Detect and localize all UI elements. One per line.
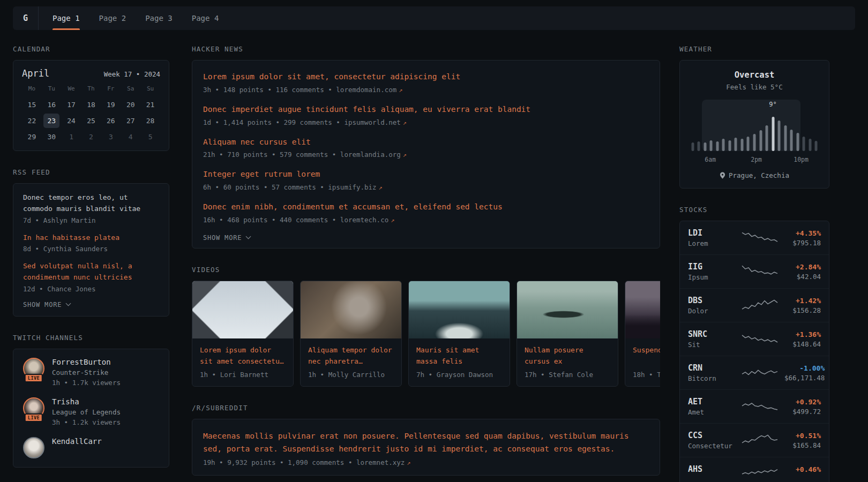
rss-item[interactable]: Sed volutpat nulla nisl, a condimentum n… [23,261,159,293]
rss-item-title[interactable]: Donec tempor eros leo, ut commodo mauris… [23,192,159,215]
stock-row[interactable]: AET Amet +0.92% $499.72 [680,389,829,423]
rss-item-title[interactable]: Sed volutpat nulla nisl, a condimentum n… [23,261,159,283]
video-title[interactable]: Lorem ipsum dolor sit amet consectetu… [200,345,286,367]
stock-ticker[interactable]: AHS [688,464,735,474]
calendar-day[interactable]: 30 [43,130,59,144]
stock-row[interactable]: AHS +0.46% [680,457,829,482]
tab-page-1[interactable]: Page 1 [53,6,80,30]
story-title[interactable]: Lorem ipsum dolor sit amet, consectetur … [203,71,649,83]
story-title[interactable]: Donec enim nibh, condimentum et accumsan… [203,201,649,213]
stock-sparkline [740,263,779,280]
stock-ticker[interactable]: DBS [688,296,735,305]
calendar-day[interactable]: 5 [143,130,159,144]
video-thumbnail[interactable] [517,281,618,338]
rss-item[interactable]: Donec tempor eros leo, ut commodo mauris… [23,192,159,224]
video-title[interactable]: Mauris sit amet massa felis [416,345,502,367]
calendar-day[interactable]: 16 [43,97,59,112]
channel-name[interactable]: KendallCarr [52,437,102,446]
channel-name[interactable]: ForrestBurton [52,358,121,366]
video-thumbnail[interactable] [625,281,660,338]
calendar-day[interactable]: 28 [143,114,159,128]
story-title[interactable]: Donec imperdiet augue tincidunt felis al… [203,104,649,116]
rss-item-title[interactable]: In hac habitasse platea [23,232,159,244]
dashboard-columns: CALENDAR April Week 17 • 2024 MoTuWeThFr… [0,30,868,482]
calendar-day[interactable]: 24 [63,114,79,128]
stock-ticker[interactable]: LDI [688,228,735,238]
channel-avatar[interactable] [23,437,44,458]
weather-temp-bar [735,138,737,151]
twitch-channel-row[interactable]: LIVE ForrestBurton Counter-Strike 1h • 1… [23,358,159,387]
calendar-day-selected[interactable]: 23 [43,114,59,128]
stock-ticker[interactable]: IIG [688,262,735,272]
video-card[interactable]: Lorem ipsum dolor sit amet consectetu… 1… [192,281,294,387]
calendar-day[interactable]: 22 [24,114,40,128]
calendar-day[interactable]: 20 [123,97,139,112]
stock-row[interactable]: IIG Ipsum +2.84% $42.04 [680,254,829,288]
stock-row[interactable]: LDI Lorem +4.35% $795.18 [680,221,829,254]
video-card[interactable]: Suspendisse diam 18h • Tara [625,281,660,387]
hn-story[interactable]: Integer eget rutrum lorem 6h • 60 points… [203,169,649,191]
channel-avatar[interactable]: LIVE [23,397,44,419]
story-title[interactable]: Integer eget rutrum lorem [203,169,649,180]
app-logo[interactable]: G [13,6,39,30]
post-title[interactable]: Maecenas mollis pulvinar erat non posuer… [203,430,649,456]
video-card[interactable]: Mauris sit amet massa felis 7h • Grayson… [408,281,510,387]
external-link-icon[interactable]: ↗ [403,119,407,126]
topbar: G Page 1 Page 2 Page 3 Page 4 [13,6,855,30]
calendar-day[interactable]: 3 [103,130,119,144]
calendar-day[interactable]: 15 [24,97,40,112]
stock-ticker[interactable]: AET [688,397,735,406]
external-link-icon[interactable]: ↗ [391,216,394,224]
video-card[interactable]: Nullam posuere cursus ex 17h • Stefan Co… [517,281,618,387]
calendar-day[interactable]: 27 [123,114,139,128]
tab-page-2[interactable]: Page 2 [99,6,126,30]
stock-sparkline [740,365,779,381]
video-thumbnail[interactable] [409,281,510,338]
tab-page-3[interactable]: Page 3 [145,6,173,30]
video-thumbnail[interactable] [192,281,293,338]
calendar-day[interactable]: 2 [83,130,99,144]
external-link-icon[interactable]: ↗ [399,86,402,94]
hn-story[interactable]: Donec enim nibh, condimentum et accumsan… [203,201,649,224]
calendar-day[interactable]: 17 [63,97,79,112]
channel-name[interactable]: Trisha [52,397,121,406]
video-thumbnail[interactable] [301,281,401,338]
hn-story[interactable]: Lorem ipsum dolor sit amet, consectetur … [203,71,649,94]
calendar-day[interactable]: 29 [24,130,40,144]
stock-row[interactable]: SNRC Sit +1.36% $148.64 [680,322,829,356]
stock-row[interactable]: CCS Consectetur +0.51% $165.84 [680,423,829,457]
video-card[interactable]: Aliquam tempor dolor nec pharetra… 1h • … [300,281,402,387]
story-title[interactable]: Aliquam nec cursus elit [203,137,649,148]
hn-story[interactable]: Aliquam nec cursus elit 21h • 710 points… [203,137,649,159]
calendar-day[interactable]: 1 [63,130,79,144]
stock-row[interactable]: CRN Bitcorn -1.00% $66,171.48 [680,356,829,389]
stock-ticker[interactable]: CRN [688,363,735,373]
external-link-icon[interactable]: ↗ [403,151,407,159]
twitch-channel-row[interactable]: LIVE Trisha League of Legends 3h • 1.2k … [23,397,159,426]
video-title[interactable]: Suspendisse diam [633,345,660,367]
stock-ticker[interactable]: SNRC [688,329,735,339]
calendar-day[interactable]: 26 [103,114,119,128]
channel-game[interactable]: Counter-Strike [52,368,121,376]
twitch-channel-row[interactable]: KendallCarr [23,437,159,458]
video-title[interactable]: Nullam posuere cursus ex [525,345,610,367]
video-title[interactable]: Aliquam tempor dolor nec pharetra… [308,345,394,367]
calendar-day[interactable]: 21 [143,97,159,112]
calendar-day[interactable]: 4 [123,130,139,144]
external-link-icon[interactable]: ↗ [379,184,383,191]
calendar-day[interactable]: 18 [83,97,99,112]
tab-page-4[interactable]: Page 4 [192,6,219,30]
hn-show-more-button[interactable]: SHOW MORE [203,234,649,242]
weather-temp-bar [710,140,713,151]
reddit-post[interactable]: Maecenas mollis pulvinar erat non posuer… [203,430,649,466]
rss-show-more-button[interactable]: SHOW MORE [23,301,159,308]
rss-item[interactable]: In hac habitasse platea 8d • Cynthia Sau… [23,232,159,253]
calendar-day[interactable]: 25 [83,114,99,128]
stock-ticker[interactable]: CCS [688,431,735,440]
hn-story[interactable]: Donec imperdiet augue tincidunt felis al… [203,104,649,126]
channel-game[interactable]: League of Legends [52,408,121,416]
external-link-icon[interactable]: ↗ [407,459,410,466]
stock-row[interactable]: DBS Dolor +1.42% $156.28 [680,288,829,322]
channel-avatar[interactable]: LIVE [23,358,44,379]
calendar-day[interactable]: 19 [103,97,119,112]
